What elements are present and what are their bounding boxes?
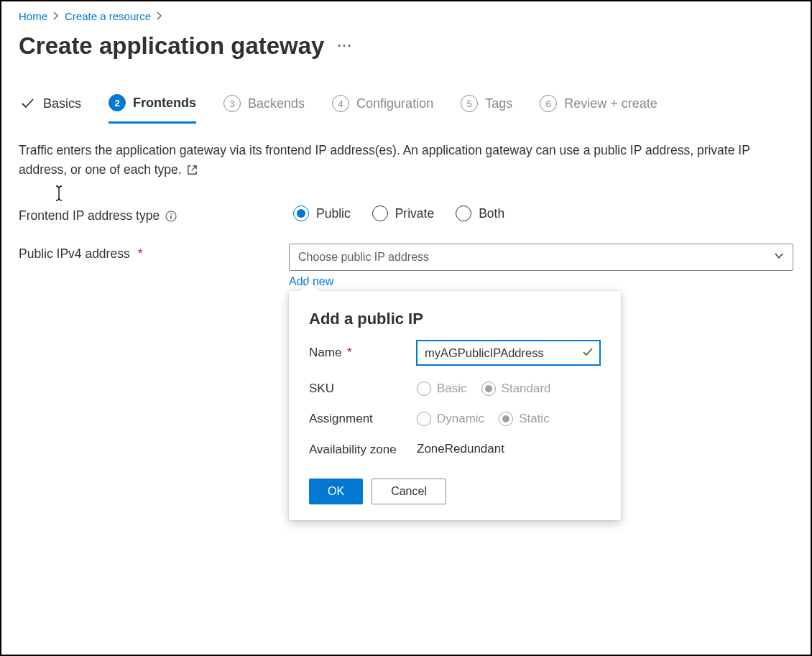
svg-rect-2 <box>170 216 172 219</box>
radio-public[interactable]: Public <box>293 205 351 221</box>
radio-icon <box>481 382 496 396</box>
radio-sku-basic-label: Basic <box>437 382 467 396</box>
chevron-right-icon <box>53 10 59 22</box>
svg-point-1 <box>170 213 172 214</box>
page-title: Create application gateway ··· <box>19 32 793 60</box>
page-title-text: Create application gateway <box>19 32 324 60</box>
label-public-ipv4: Public IPv4 address * <box>19 244 289 262</box>
callout-az-label: Availability zone <box>309 442 417 458</box>
step-number-icon: 4 <box>332 95 349 112</box>
callout-name-label-text: Name <box>309 346 341 359</box>
breadcrumb-home[interactable]: Home <box>19 10 47 22</box>
public-ip-select[interactable]: Choose public IP address <box>289 244 793 271</box>
callout-assignment-label: Assignment <box>309 412 417 426</box>
callout-sku-label: SKU <box>309 382 417 396</box>
tab-basics-label: Basics <box>43 96 81 111</box>
public-ip-name-input[interactable] <box>423 346 578 361</box>
required-star-icon: * <box>347 346 352 359</box>
tab-description: Traffic enters the application gateway v… <box>19 141 773 181</box>
radio-icon <box>293 205 309 221</box>
radio-icon <box>417 382 431 396</box>
public-ip-name-input-wrap <box>416 340 601 366</box>
label-frontend-ip-type-text: Frontend IP address type <box>19 208 160 223</box>
tab-configuration[interactable]: 4 Configuration <box>332 95 433 122</box>
radio-icon <box>456 205 471 221</box>
frontend-ip-type-radiogroup: Public Private Both <box>293 205 504 221</box>
radio-sku-basic: Basic <box>417 382 467 396</box>
callout-az-value: ZoneRedundant <box>417 442 504 456</box>
select-placeholder: Choose public IP address <box>298 251 429 264</box>
tab-backends[interactable]: 3 Backends <box>223 95 305 122</box>
radio-sku-standard: Standard <box>481 382 551 396</box>
required-star-icon: * <box>138 246 143 262</box>
breadcrumb-create-resource[interactable]: Create a resource <box>65 10 151 22</box>
chevron-right-icon <box>157 10 162 22</box>
step-number-icon: 3 <box>223 95 241 112</box>
label-public-ipv4-text: Public IPv4 address <box>19 246 130 262</box>
radio-private[interactable]: Private <box>372 205 434 221</box>
radio-assign-static: Static <box>499 412 550 426</box>
radio-public-label: Public <box>316 206 351 221</box>
tab-review-create[interactable]: 6 Review + create <box>540 95 658 122</box>
tab-basics[interactable]: Basics <box>19 95 81 122</box>
description-text: Traffic enters the application gateway v… <box>19 143 750 177</box>
tab-backends-label: Backends <box>248 96 305 111</box>
more-actions-icon[interactable]: ··· <box>337 39 352 54</box>
tab-review-label: Review + create <box>564 96 658 111</box>
breadcrumb: Home Create a resource <box>19 10 793 22</box>
step-number-icon: 6 <box>540 95 557 112</box>
wizard-tabs: Basics 2 Frontends 3 Backends 4 Configur… <box>19 94 793 124</box>
tab-tags[interactable]: 5 Tags <box>461 95 512 122</box>
step-number-icon: 2 <box>109 94 126 111</box>
tab-frontends[interactable]: 2 Frontends <box>109 94 196 124</box>
tab-frontends-label: Frontends <box>133 96 196 111</box>
radio-both[interactable]: Both <box>456 205 504 221</box>
external-link-icon[interactable] <box>187 162 198 181</box>
tab-tags-label: Tags <box>485 96 512 111</box>
radio-private-label: Private <box>395 206 434 221</box>
text-cursor-icon <box>54 185 64 205</box>
radio-icon <box>372 205 388 221</box>
cancel-button[interactable]: Cancel <box>372 479 446 504</box>
label-frontend-ip-type: Frontend IP address type <box>19 205 293 223</box>
chevron-down-icon <box>774 251 784 264</box>
radio-assign-dynamic-label: Dynamic <box>437 412 484 426</box>
radio-both-label: Both <box>479 206 504 221</box>
check-icon <box>19 95 36 112</box>
radio-sku-standard-label: Standard <box>502 382 551 396</box>
sku-radiogroup: Basic Standard <box>417 382 551 396</box>
radio-icon <box>499 412 513 426</box>
add-public-ip-callout: Add a public IP Name * SKU <box>289 291 621 520</box>
radio-icon <box>417 412 431 426</box>
ok-button[interactable]: OK <box>309 479 363 504</box>
callout-button-row: OK Cancel <box>309 479 601 504</box>
check-icon <box>582 346 594 360</box>
callout-name-label: Name * <box>309 346 416 360</box>
assignment-radiogroup: Dynamic Static <box>417 412 550 426</box>
step-number-icon: 5 <box>461 95 478 112</box>
row-public-ipv4: Public IPv4 address * Choose public IP a… <box>19 244 793 288</box>
radio-assign-dynamic: Dynamic <box>417 412 484 426</box>
callout-title: Add a public IP <box>309 310 601 328</box>
info-icon[interactable] <box>165 211 177 222</box>
tab-configuration-label: Configuration <box>356 96 433 111</box>
radio-assign-static-label: Static <box>519 412 550 426</box>
row-frontend-ip-type: Frontend IP address type Public Private … <box>19 205 793 223</box>
